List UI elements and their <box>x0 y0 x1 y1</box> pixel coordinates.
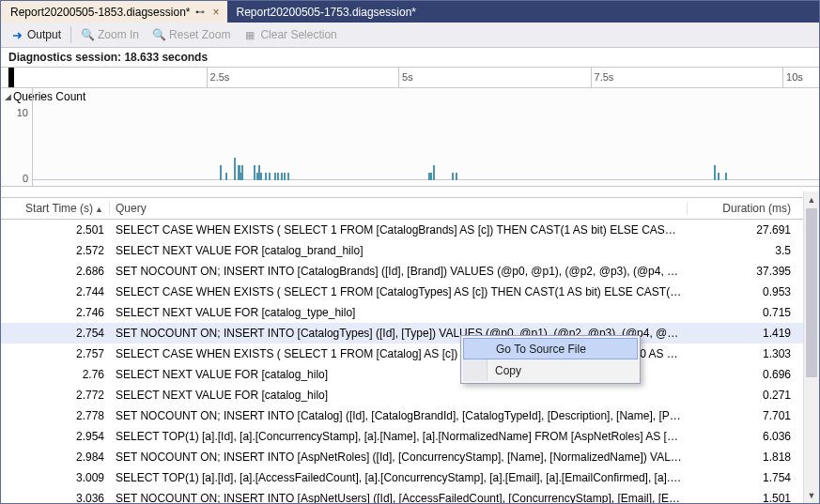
table-row[interactable]: 3.009SELECT TOP(1) [a].[Id], [a].[Access… <box>1 467 819 488</box>
table-row[interactable]: 2.984SET NOCOUNT ON; INSERT INTO [AspNet… <box>1 447 819 467</box>
chart-bar <box>269 173 271 180</box>
col-duration-label: Duration (ms) <box>722 202 791 215</box>
cell-query: SELECT TOP(1) [a].[Id], [a].[AccessFaile… <box>110 471 688 484</box>
table-row[interactable]: 3.036SET NOCOUNT ON; INSERT INTO [AspNet… <box>1 488 819 504</box>
chart-bar <box>260 173 262 180</box>
scroll-up-icon[interactable]: ▲ <box>804 191 819 207</box>
time-ruler[interactable]: 2.5s5s7.5s10s <box>1 68 819 88</box>
queries-chart[interactable]: ◢ Queries Count 10 0 <box>1 88 819 187</box>
tab-label: Report20200505-1753.diagsession* <box>237 6 416 19</box>
chart-bar <box>234 158 236 180</box>
scroll-thumb[interactable] <box>806 208 817 377</box>
close-icon[interactable]: × <box>210 6 221 19</box>
session-value: 18.633 seconds <box>124 51 208 64</box>
cell-duration: 1.303 <box>688 347 819 360</box>
cell-start: 2.572 <box>1 244 110 257</box>
cell-query: SET NOCOUNT ON; INSERT INTO [CatalogBran… <box>110 265 688 278</box>
sort-asc-icon: ▲ <box>93 205 103 214</box>
tab-label: Report20200505-1853.diagsession* <box>10 6 190 19</box>
cell-start: 2.744 <box>1 285 110 298</box>
table-row[interactable]: 2.76SELECT NEXT VALUE FOR [catalog_hilo]… <box>1 364 819 385</box>
table-row[interactable]: 2.572SELECT NEXT VALUE FOR [catalog_bran… <box>1 240 819 261</box>
cell-start: 2.501 <box>1 223 110 237</box>
context-menu: Go To Source FileCopy <box>460 335 641 384</box>
cell-query: SET NOCOUNT ON; INSERT INTO [AspNetRoles… <box>110 451 688 464</box>
chart-plot[interactable] <box>33 88 819 186</box>
table-row[interactable]: 2.686SET NOCOUNT ON; INSERT INTO [Catalo… <box>1 261 819 282</box>
cell-start: 2.686 <box>1 265 110 278</box>
cell-duration: 0.271 <box>688 389 819 402</box>
cell-duration: 1.754 <box>688 471 819 484</box>
vertical-scrollbar[interactable]: ▲ ▼ <box>803 191 819 503</box>
chart-bar <box>714 165 716 180</box>
cell-start: 2.754 <box>1 327 110 340</box>
cell-start: 2.746 <box>1 306 110 319</box>
clear-selection-label: Clear Selection <box>260 28 336 41</box>
table-row[interactable]: 2.744SELECT CASE WHEN EXISTS ( SELECT 1 … <box>1 282 819 302</box>
table-row[interactable]: 2.757SELECT CASE WHEN EXISTS ( SELECT 1 … <box>1 344 819 364</box>
cell-start: 2.772 <box>1 389 110 402</box>
tab-active[interactable]: Report20200505-1853.diagsession* ⊷ × <box>1 1 227 23</box>
table-row[interactable]: 2.754SET NOCOUNT ON; INSERT INTO [Catalo… <box>1 323 819 344</box>
cell-duration: 27.691 <box>688 223 819 237</box>
cell-duration: 1.419 <box>688 327 819 340</box>
cell-duration: 0.696 <box>688 368 819 381</box>
col-start-header[interactable]: Start Time (s)▲ <box>1 202 110 215</box>
cell-duration: 3.5 <box>688 244 819 257</box>
query-table: Start Time (s)▲ Query Duration (ms) 2.50… <box>1 196 819 504</box>
cell-start: 2.757 <box>1 347 110 360</box>
col-query-label: Query <box>116 202 147 215</box>
chart-bar <box>456 173 457 180</box>
chart-bar <box>281 173 283 180</box>
cell-query: SELECT NEXT VALUE FOR [catalog_hilo] <box>110 389 688 402</box>
chart-bar <box>725 173 727 180</box>
chart-bar <box>718 173 719 180</box>
reset-zoom-button: 🔍 Reset Zoom <box>148 26 234 43</box>
cell-duration: 0.715 <box>688 306 819 319</box>
cell-duration: 37.395 <box>688 265 819 278</box>
ytick-min: 0 <box>23 173 28 184</box>
toolbar: ➜ Output 🔍 Zoom In 🔍 Reset Zoom ▦ Clear … <box>1 23 819 48</box>
cell-start: 3.036 <box>1 492 110 504</box>
chart-baseline <box>33 179 819 180</box>
table-row[interactable]: 2.746SELECT NEXT VALUE FOR [catalog_type… <box>1 302 819 323</box>
chart-bar <box>287 173 289 180</box>
cell-duration: 7.701 <box>688 409 819 422</box>
cell-query: SELECT NEXT VALUE FOR [catalog_type_hilo… <box>110 306 688 319</box>
tab-bar: Report20200505-1853.diagsession* ⊷ × Rep… <box>1 1 819 23</box>
cell-query: SET NOCOUNT ON; INSERT INTO [AspNetUsers… <box>110 492 688 504</box>
chart-bar <box>265 173 267 180</box>
cell-query: SET NOCOUNT ON; INSERT INTO [Catalog] ([… <box>110 409 688 422</box>
cell-duration: 1.818 <box>688 451 819 464</box>
chart-bar <box>433 165 435 180</box>
clear-selection-button: ▦ Clear Selection <box>240 26 340 43</box>
cell-query: SELECT TOP(1) [a].[Id], [a].[Concurrency… <box>110 430 688 443</box>
table-row[interactable]: 2.772SELECT NEXT VALUE FOR [catalog_hilo… <box>1 385 819 405</box>
cell-start: 3.009 <box>1 471 110 484</box>
cell-start: 2.76 <box>1 368 110 381</box>
table-row[interactable]: 2.954SELECT TOP(1) [a].[Id], [a].[Concur… <box>1 426 819 447</box>
output-icon: ➜ <box>10 28 23 41</box>
table-row[interactable]: 2.778SET NOCOUNT ON; INSERT INTO [Catalo… <box>1 405 819 426</box>
ytick-max: 10 <box>17 107 28 118</box>
output-button[interactable]: ➜ Output <box>7 26 65 43</box>
context-menu-item[interactable]: Copy <box>463 359 638 381</box>
table-row[interactable]: 2.501SELECT CASE WHEN EXISTS ( SELECT 1 … <box>1 220 819 240</box>
zoom-in-icon: 🔍 <box>81 28 94 41</box>
tab-inactive[interactable]: Report20200505-1753.diagsession* <box>227 1 422 23</box>
cell-duration: 1.501 <box>688 492 819 504</box>
chart-bar <box>452 173 454 180</box>
cell-duration: 0.953 <box>688 285 819 298</box>
chart-bar <box>241 165 243 180</box>
zoom-in-button: 🔍 Zoom In <box>77 26 143 43</box>
col-duration-header[interactable]: Duration (ms) <box>688 202 819 215</box>
pin-icon[interactable]: ⊷ <box>195 7 205 17</box>
chart-yaxis: 10 0 <box>1 88 33 186</box>
scroll-down-icon[interactable]: ▼ <box>804 487 819 503</box>
toolbar-separator <box>70 26 71 43</box>
context-menu-item[interactable]: Go To Source File <box>463 338 638 359</box>
clear-selection-icon: ▦ <box>243 28 256 41</box>
cell-start: 2.984 <box>1 451 110 464</box>
reset-zoom-label: Reset Zoom <box>169 28 230 41</box>
col-query-header[interactable]: Query <box>110 202 688 215</box>
